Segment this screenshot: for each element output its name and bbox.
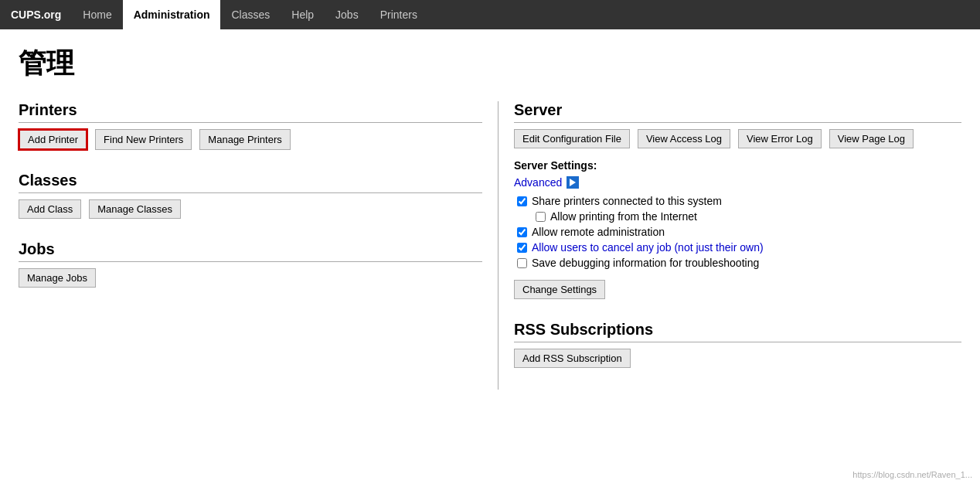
- nav-jobs[interactable]: Jobs: [325, 0, 369, 29]
- nav-administration[interactable]: Administration: [123, 0, 221, 29]
- manage-classes-button[interactable]: Manage Classes: [89, 199, 181, 219]
- rss-heading: RSS Subscriptions: [514, 321, 961, 342]
- checkbox-debug-info-input[interactable]: [517, 258, 527, 268]
- checkbox-cancel-any-job-input[interactable]: [517, 243, 527, 253]
- add-printer-button[interactable]: Add Printer: [19, 129, 87, 150]
- nav-logo[interactable]: CUPS.org: [0, 0, 72, 29]
- checkbox-remote-admin-label: Allow remote administration: [532, 226, 665, 238]
- server-settings-label: Server Settings:: [514, 159, 961, 172]
- rss-btn-row: Add RSS Subscription: [514, 349, 961, 368]
- add-class-button[interactable]: Add Class: [19, 199, 81, 219]
- right-column: Server Edit Configuration File View Acce…: [498, 101, 961, 390]
- checkbox-remote-admin-input[interactable]: [517, 227, 527, 237]
- checkbox-allow-internet-label: Allow printing from the Internet: [550, 210, 697, 223]
- jobs-btn-row: Manage Jobs: [19, 268, 482, 288]
- manage-jobs-button[interactable]: Manage Jobs: [19, 268, 96, 288]
- server-heading: Server: [514, 101, 961, 123]
- checkbox-debug-info-label: Save debugging information for troublesh…: [532, 257, 759, 269]
- find-new-printers-button[interactable]: Find New Printers: [95, 129, 192, 150]
- jobs-heading: Jobs: [19, 240, 482, 262]
- checkbox-share-printers-input[interactable]: [517, 196, 527, 206]
- checkbox-cancel-any-job: Allow users to cancel any job (not just …: [514, 241, 961, 254]
- checkbox-share-printers-label: Share printers connected to this system: [532, 195, 722, 207]
- printers-heading: Printers: [19, 101, 482, 123]
- printers-btn-row: Add Printer Find New Printers Manage Pri…: [19, 129, 482, 150]
- view-access-log-button[interactable]: View Access Log: [638, 129, 730, 148]
- advanced-link[interactable]: Advanced: [514, 176, 562, 189]
- classes-btn-row: Add Class Manage Classes: [19, 199, 482, 219]
- nav-help[interactable]: Help: [281, 0, 325, 29]
- checkbox-remote-admin: Allow remote administration: [514, 226, 961, 238]
- view-page-log-button[interactable]: View Page Log: [829, 129, 914, 148]
- classes-heading: Classes: [19, 172, 482, 193]
- checkbox-cancel-any-job-label: Allow users to cancel any job (not just …: [532, 241, 764, 254]
- change-settings-button[interactable]: Change Settings: [514, 280, 605, 299]
- printers-section: Printers Add Printer Find New Printers M…: [19, 101, 482, 150]
- nav-printers[interactable]: Printers: [369, 0, 428, 29]
- page-title: 管理: [19, 45, 961, 83]
- advanced-row: Advanced: [514, 176, 961, 189]
- checkbox-allow-internet-input[interactable]: [536, 212, 546, 222]
- view-error-log-button[interactable]: View Error Log: [738, 129, 822, 148]
- server-section: Server Edit Configuration File View Acce…: [514, 101, 961, 299]
- left-column: Printers Add Printer Find New Printers M…: [19, 101, 498, 390]
- edit-config-button[interactable]: Edit Configuration File: [514, 129, 630, 148]
- checkbox-allow-internet: Allow printing from the Internet: [514, 210, 961, 223]
- navbar: CUPS.org Home Administration Classes Hel…: [0, 0, 980, 29]
- advanced-play-button[interactable]: [567, 176, 579, 189]
- manage-printers-button[interactable]: Manage Printers: [199, 129, 290, 150]
- rss-section: RSS Subscriptions Add RSS Subscription: [514, 321, 961, 368]
- add-rss-subscription-button[interactable]: Add RSS Subscription: [514, 349, 631, 368]
- nav-classes[interactable]: Classes: [220, 0, 281, 29]
- page-content: 管理 Printers Add Printer Find New Printer…: [0, 29, 980, 405]
- checkbox-share-printers: Share printers connected to this system: [514, 195, 961, 207]
- nav-home[interactable]: Home: [72, 0, 122, 29]
- two-col-layout: Printers Add Printer Find New Printers M…: [19, 101, 961, 390]
- classes-section: Classes Add Class Manage Classes: [19, 172, 482, 219]
- server-btn-row: Edit Configuration File View Access Log …: [514, 129, 961, 148]
- change-settings-row: Change Settings: [514, 280, 961, 299]
- jobs-section: Jobs Manage Jobs: [19, 240, 482, 288]
- checkbox-debug-info: Save debugging information for troublesh…: [514, 257, 961, 269]
